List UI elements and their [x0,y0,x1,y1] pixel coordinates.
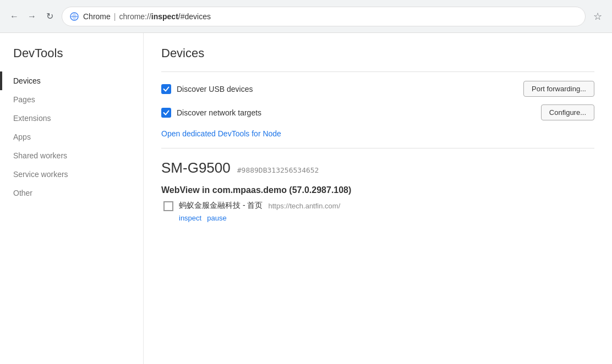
network-option-row: Discover network targets Configure... [161,104,594,120]
sidebar-item-other[interactable]: Other [0,184,143,202]
page-url: https://tech.antfin.com/ [268,202,340,210]
device-id: #9889DB313256534652 [237,166,319,174]
usb-label: Discover USB devices [177,85,253,93]
network-label: Discover network targets [177,108,261,117]
usb-option-left: Discover USB devices [161,84,253,94]
bottom-divider [161,148,594,148]
page-actions: inspect pause [179,214,340,222]
pause-link[interactable]: pause [207,214,226,222]
forward-button[interactable]: → [24,9,40,24]
page-layout: DevTools Devices Pages Extensions Apps S… [0,33,612,364]
page-row: 蚂蚁金服金融科技 - 首页 https://tech.antfin.com/ i… [161,201,594,222]
page-favicon [163,201,173,211]
page-title-row: 蚂蚁金服金融科技 - 首页 https://tech.antfin.com/ [179,201,340,211]
configure-button[interactable]: Configure... [541,104,594,120]
main-content: Devices Discover USB devices Port forwar… [143,33,612,364]
device-name: SM-G9500 [161,159,231,177]
sidebar-item-pages[interactable]: Pages [0,90,143,109]
usb-checkbox[interactable] [161,84,171,94]
back-button[interactable]: ← [7,9,22,24]
bookmark-button[interactable]: ☆ [590,9,605,24]
device-section: SM-G9500 #9889DB313256534652 WebView in … [161,159,594,222]
sidebar-item-service-workers[interactable]: Service workers [0,165,143,184]
sidebar-item-shared-workers[interactable]: Shared workers [0,146,143,165]
device-header: SM-G9500 #9889DB313256534652 [161,159,594,177]
sidebar-item-extensions[interactable]: Extensions [0,109,143,128]
page-title-text: 蚂蚁金服金融科技 - 首页 [179,201,263,211]
usb-option-row: Discover USB devices Port forwarding... [161,81,594,97]
network-option-left: Discover network targets [161,108,261,118]
app-entry: WebView in com.mpaas.demo (57.0.2987.108… [161,185,594,222]
browser-toolbar: ← → ↻ Chrome|chrome://inspect/#devices ☆ [0,0,612,33]
site-icon [70,12,79,21]
page-title: Devices [161,46,594,60]
reload-button[interactable]: ↻ [42,9,57,24]
page-info: 蚂蚁金服金融科技 - 首页 https://tech.antfin.com/ i… [179,201,340,222]
inspect-link[interactable]: inspect [179,214,201,222]
port-forwarding-button[interactable]: Port forwarding... [523,81,594,97]
app-title: WebView in com.mpaas.demo (57.0.2987.108… [161,185,594,195]
address-bar-text: Chrome|chrome://inspect/#devices [83,12,577,21]
devtools-title: DevTools [0,46,143,71]
nav-buttons: ← → ↻ [7,9,57,24]
sidebar-item-apps[interactable]: Apps [0,128,143,146]
top-divider [161,71,594,72]
sidebar: DevTools Devices Pages Extensions Apps S… [0,33,143,364]
sidebar-item-devices[interactable]: Devices [0,71,143,90]
network-checkbox[interactable] [161,108,171,118]
node-devtools-link[interactable]: Open dedicated DevTools for Node [161,129,281,138]
address-bar[interactable]: Chrome|chrome://inspect/#devices [62,7,586,26]
